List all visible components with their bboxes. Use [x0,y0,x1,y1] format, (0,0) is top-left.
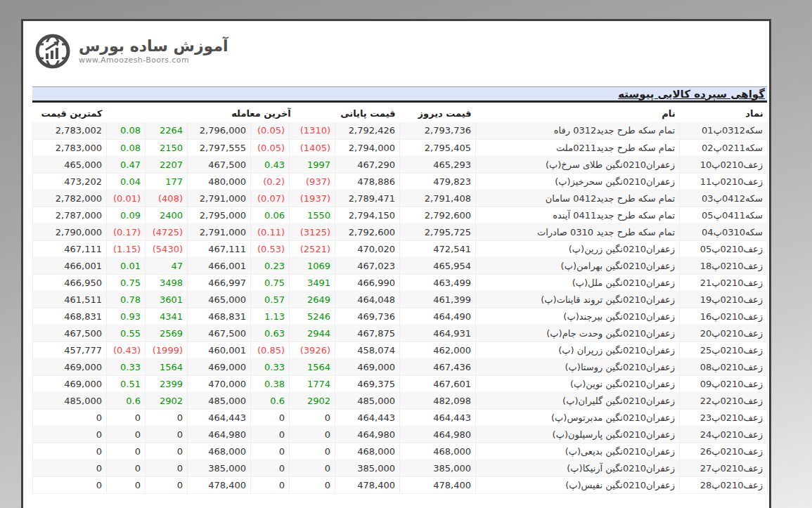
cell-last_change: (5430) [146,240,188,257]
cell-closing: 467,023 [335,257,400,274]
cell-yesterday: 468,000 [400,443,476,460]
header-last-trade[interactable]: آخرین معامله [188,104,335,122]
table-row[interactable]: زعف0210پ25زعفران0210نگین زرپران (پ)462,0… [33,341,768,358]
table-row[interactable]: سکه0211پ02تمام سکه طرح جدید0211ملت2,795,… [33,139,768,156]
cell-closing_change: 2902 [290,392,335,409]
cell-last_change: 2207 [146,156,188,173]
cell-closing_change: 0 [290,426,335,443]
cell-last: 466,001 [188,257,251,274]
table-row[interactable]: سکه0312پ01تمام سکه طرح جدید0312 رفاه2,79… [33,122,768,139]
cell-yesterday: 2,792,600 [400,207,476,223]
cell-closing_pct: 0.63 [251,325,290,341]
table-row[interactable]: زعف0210پ24زعفران0210نگین پارسیلون(پ)464,… [33,426,768,443]
cell-closing_pct: 0.33 [251,358,290,375]
cell-symbol[interactable]: سکه0412پ03 [680,190,768,207]
header-closing-price[interactable]: قیمت پایانی [335,104,400,122]
header-name[interactable]: نام [476,104,680,122]
cell-name: زعفران0210نگین آرنیکا(پ) [476,460,680,476]
cell-symbol[interactable]: زعف0210پ19 [680,291,768,308]
cell-last_change: 177 [146,173,188,190]
cell-yesterday: 467,436 [400,358,476,375]
cell-lowest: 485,000 [33,392,107,409]
cell-symbol[interactable]: زعف0210پ22 [680,392,768,409]
cell-closing: 2,792,426 [335,122,400,139]
cell-symbol[interactable]: زعف0210پ28 [680,476,768,493]
cell-symbol[interactable]: زعف0210پ10 [680,156,768,173]
table-row[interactable]: سکه0412پ03تمام سکه طرح جدید0412 سامان2,7… [33,190,768,207]
table-row[interactable]: زعف0210پ26زعفران0210نگین بدیعی(پ)468,000… [33,443,768,460]
cell-name: زعفران0210نگین پارسیلون(پ) [476,426,680,443]
cell-closing: 478,886 [335,173,400,190]
table-row[interactable]: سکه0411پ05تمام سکه طرح جدید0411 آینده2,7… [33,207,768,223]
cell-closing_pct: 0 [251,443,290,460]
cell-closing: 469,375 [335,375,400,392]
cell-symbol[interactable]: زعف0210پ18 [680,257,768,274]
cell-yesterday: 464,980 [400,426,476,443]
cell-symbol[interactable]: زعف0210پ08 [680,358,768,375]
cell-symbol[interactable]: زعف0210پ05 [680,240,768,257]
cell-symbol[interactable]: سکه0211پ02 [680,139,768,156]
cell-last_change: 2264 [146,122,188,139]
cell-closing: 467,290 [335,156,400,173]
table-row[interactable]: زعف0210پ08زعفران0210نگین روستا(پ)467,436… [33,358,768,375]
cell-symbol[interactable]: زعف0210پ26 [680,443,768,460]
cell-closing_change: 0 [290,443,335,460]
cell-name: زعفران0210نگین روستا(پ) [476,358,680,375]
cell-symbol[interactable]: زعف0210پ16 [680,308,768,325]
cell-last_pct: (0.43) [107,341,146,358]
cell-last: 485,000 [188,392,251,409]
cell-last: 465,000 [188,291,251,308]
cell-last: 470,000 [188,375,251,392]
cell-closing_change: (1310) [290,122,335,139]
table-row[interactable]: زعف0210پ16زعفران0210نگین بیرجند(پ)464,49… [33,308,768,325]
cell-closing_pct: 0.43 [251,156,290,173]
cell-symbol[interactable]: سکه0411پ05 [680,207,768,223]
cell-last_pct: 0 [107,443,146,460]
cell-symbol[interactable]: زعف0210پ09 [680,375,768,392]
table-row[interactable]: زعف0210پ20زعفران0210نگین وحدت جام(پ)464,… [33,325,768,341]
cell-last_change: 0 [146,426,188,443]
cell-symbol[interactable]: زعف0210پ20 [680,325,768,341]
cell-yesterday: 472,541 [400,240,476,257]
header-yesterday-price[interactable]: قیمت دیروز [400,104,476,122]
cell-closing_change: (1405) [290,139,335,156]
cell-name: زعفران0210نگین تروند قاینات(پ) [476,291,680,308]
cell-closing: 2,792,600 [335,223,400,240]
cell-yesterday: 2,795,405 [400,139,476,156]
table-row[interactable]: زعف0210پ18زعفران0210نگین بهرامن(پ)465,95… [33,257,768,274]
cell-closing_pct: 0.38 [251,375,290,392]
cell-last: 2,796,000 [188,122,251,139]
table-row[interactable]: زعف0210پ28زعفران0210نگین نفیس(پ)478,4004… [33,476,768,493]
cell-symbol[interactable]: زعف0210پ23 [680,409,768,426]
cell-closing_change: (1937) [290,190,335,207]
cell-symbol[interactable]: زعف0210پ11 [680,173,768,190]
cell-last_change: 47 [146,257,188,274]
cell-symbol[interactable]: سکه0312پ01 [680,122,768,139]
cell-symbol[interactable]: زعف0210پ27 [680,460,768,476]
cell-name: زعفران0210نگین نوین(پ) [476,375,680,392]
cell-closing_change: (3926) [290,341,335,358]
table-row[interactable]: زعف0210پ10زعفران0210نگین طلای سرخ(پ)465,… [33,156,768,173]
table-row[interactable]: زعف0210پ11زعفران0210نگین سحرخیز(پ)479,82… [33,173,768,190]
cell-last_change: 2400 [146,207,188,223]
cell-closing_change: 0 [290,460,335,476]
cell-yesterday: 464,931 [400,325,476,341]
header-symbol[interactable]: نماد [680,104,768,122]
cell-name: زعفران0210نگین بدیعی(پ) [476,443,680,460]
table-row[interactable]: زعف0210پ19زعفران0210نگین تروند قاینات(پ)… [33,291,768,308]
table-row[interactable]: زعف0210پ27زعفران0210نگین آرنیکا(پ)385,00… [33,460,768,476]
cell-closing_change: 1564 [290,358,335,375]
table-row[interactable]: سکه0310پ04تمام سکه طرح جدید 0310 صادرات2… [33,223,768,240]
cell-symbol[interactable]: سکه0310پ04 [680,223,768,240]
table-row[interactable]: زعف0210پ05زعفران0210نگین زرین(پ)472,5414… [33,240,768,257]
cell-symbol[interactable]: زعف0210پ21 [680,274,768,291]
cell-yesterday: 478,400 [400,476,476,493]
cell-symbol[interactable]: زعف0210پ24 [680,426,768,443]
table-row[interactable]: زعف0210پ22زعفران0210نگین گلیران(پ)482,09… [33,392,768,409]
table-row[interactable]: زعف0210پ21زعفران0210نگین ملل(پ)463,49946… [33,274,768,291]
cell-yesterday: 465,954 [400,257,476,274]
cell-symbol[interactable]: زعف0210پ25 [680,341,768,358]
table-row[interactable]: زعف0210پ09زعفران0210نگین نوین(پ)467,6014… [33,375,768,392]
table-row[interactable]: زعف0210پ23زعفران0210نگین مدبرتوس(پ)464,4… [33,409,768,426]
header-lowest-price[interactable]: کمترین قیمت [33,104,107,122]
